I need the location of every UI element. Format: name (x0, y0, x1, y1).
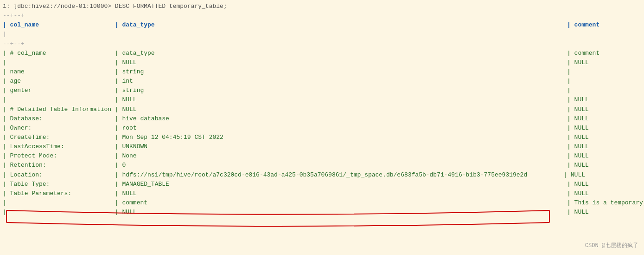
owner-row: | Owner: | root | NULL (3, 124, 641, 133)
null-row-4: | | NULL | NULL (3, 208, 641, 217)
access-row: | LastAccessTime: | UNKNOWN | NULL (3, 142, 641, 151)
age-row: | age | int | (3, 77, 641, 86)
watermark: CSDN @七层楼的疯子 (585, 242, 638, 249)
null-row-1: | | NULL | NULL (3, 58, 641, 67)
sep-3: --+--+ (3, 39, 641, 49)
retain-row: | Retention: | 0 | NULL (3, 161, 641, 170)
tabletype-row: | Table Type: | MANAGED_TABLE | NULL (3, 180, 641, 189)
hash-header-row: | # col_name | data_type | comment (3, 49, 641, 58)
sep-pipe: | (3, 30, 641, 39)
sep-1: --+--+ (3, 11, 641, 20)
genter-row: | genter | string | (3, 86, 641, 95)
protect-row: | Protect Mode: | None | NULL (3, 151, 641, 161)
detail-row: | # Detailed Table Information | NULL | … (3, 105, 641, 114)
cmd-line: 1: jdbc:hive2://node-01:10000> DESC FORM… (3, 2, 641, 11)
null-row-3: | | comment | This is a temporary_tab (3, 198, 641, 208)
col-header: | col_name | data_type | comment (3, 20, 641, 30)
database-row: | Database: | hive_database | NULL (3, 114, 641, 124)
tableparam-row: | Table Parameters: | NULL | NULL (3, 189, 641, 198)
name-row: | name | string | (3, 67, 641, 77)
location-row: | Location: | hdfs://ns1/tmp/hive/root/a… (3, 170, 641, 180)
terminal-output: 1: jdbc:hive2://node-01:10000> DESC FORM… (0, 0, 644, 219)
create-row: | CreateTime: | Mon Sep 12 04:45:19 CST … (3, 133, 641, 142)
terminal-container: 1: jdbc:hive2://node-01:10000> DESC FORM… (0, 0, 644, 255)
null-row-2: | | NULL | NULL (3, 95, 641, 105)
